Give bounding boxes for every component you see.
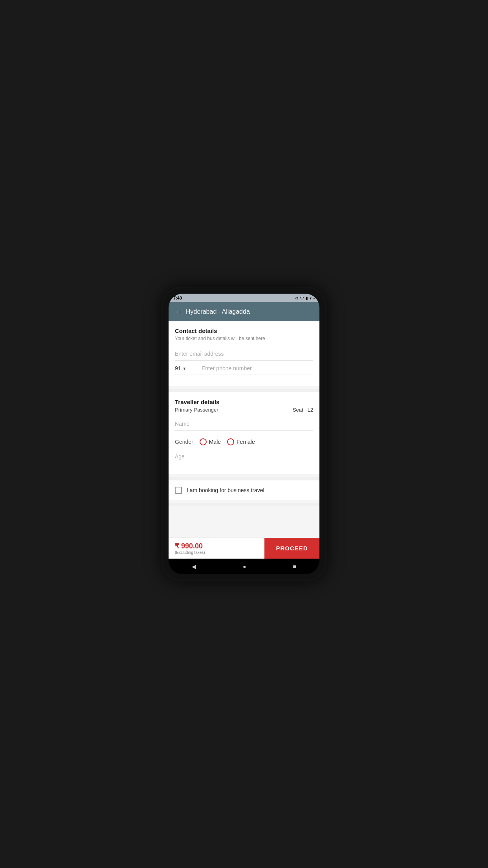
gender-row: Gender Male Female xyxy=(175,438,313,445)
status-bar: 7:40 ⚙ 🛡 ▮ ▾ ▪ xyxy=(169,294,319,302)
phone-input[interactable] xyxy=(202,365,313,371)
gender-male-option[interactable]: Male xyxy=(200,438,221,445)
contact-section-subtitle: Your ticket and bus details will be sent… xyxy=(175,336,313,341)
status-icons: ⚙ 🛡 ▮ ▾ ▪ xyxy=(295,296,315,300)
app-header: ← Hyderabad - Allagadda xyxy=(169,302,319,321)
traveller-section-title: Traveller details xyxy=(175,399,313,405)
price-amount: ₹ 990.00 xyxy=(175,542,258,550)
seat-info: Seat L2 xyxy=(293,407,313,413)
phone-row: 91 ▼ xyxy=(175,365,313,375)
business-travel-row[interactable]: I am booking for business travel xyxy=(175,487,313,494)
name-input[interactable] xyxy=(175,417,313,430)
seat-number: L2 xyxy=(308,407,313,413)
seat-label: Seat xyxy=(293,407,303,413)
contact-details-section: Contact details Your ticket and bus deta… xyxy=(169,321,319,386)
phone-inner: 7:40 ⚙ 🛡 ▮ ▾ ▪ ← Hyderabad - Allagadda C… xyxy=(169,294,319,574)
proceed-button[interactable]: PROCEED xyxy=(264,538,319,559)
wifi-icon: ▾ xyxy=(310,296,312,300)
primary-passenger-label: Primary Passenger xyxy=(175,407,218,413)
back-button[interactable]: ← xyxy=(175,308,182,316)
phone-frame: 7:40 ⚙ 🛡 ▮ ▾ ▪ ← Hyderabad - Allagadda C… xyxy=(161,287,327,581)
business-travel-checkbox[interactable] xyxy=(175,487,182,494)
gender-female-radio[interactable] xyxy=(227,438,234,445)
email-input[interactable] xyxy=(175,348,313,360)
bottom-bar: ₹ 990.00 (Excluding taxes) PROCEED xyxy=(169,537,319,559)
dropdown-arrow-icon: ▼ xyxy=(183,366,187,371)
gender-male-label: Male xyxy=(209,439,221,445)
traveller-header: Primary Passenger Seat L2 xyxy=(175,407,313,413)
price-value: 990.00 xyxy=(181,542,203,550)
scroll-content[interactable]: Contact details Your ticket and bus deta… xyxy=(169,321,319,537)
nav-bar: ◀ ● ■ xyxy=(169,559,319,574)
traveller-details-section: Traveller details Primary Passenger Seat… xyxy=(169,392,319,474)
battery-icon: ▮ xyxy=(306,296,308,300)
nav-back-button[interactable]: ◀ xyxy=(185,562,202,571)
signal-icon: ▪ xyxy=(313,296,315,300)
gender-female-option[interactable]: Female xyxy=(227,438,255,445)
nav-home-button[interactable]: ● xyxy=(237,562,252,571)
business-travel-label: I am booking for business travel xyxy=(187,487,264,493)
divider-3 xyxy=(169,503,319,506)
price-section: ₹ 990.00 (Excluding taxes) xyxy=(169,538,264,559)
header-title: Hyderabad - Allagadda xyxy=(186,308,250,315)
gender-male-radio[interactable] xyxy=(200,438,207,445)
settings-icon: ⚙ xyxy=(295,296,299,300)
nav-recent-button[interactable]: ■ xyxy=(286,562,302,571)
shield-icon: 🛡 xyxy=(300,296,304,300)
divider-2 xyxy=(169,477,319,480)
age-input[interactable] xyxy=(175,450,313,463)
country-code[interactable]: 91 ▼ xyxy=(175,365,198,371)
business-travel-section: I am booking for business travel xyxy=(169,480,319,500)
price-symbol: ₹ xyxy=(175,542,179,550)
country-code-value: 91 xyxy=(175,365,181,371)
contact-section-title: Contact details xyxy=(175,327,313,334)
divider-1 xyxy=(169,389,319,392)
status-time: 7:40 xyxy=(173,296,182,300)
price-note: (Excluding taxes) xyxy=(175,550,258,555)
gender-label: Gender xyxy=(175,439,193,445)
gender-female-label: Female xyxy=(237,439,255,445)
